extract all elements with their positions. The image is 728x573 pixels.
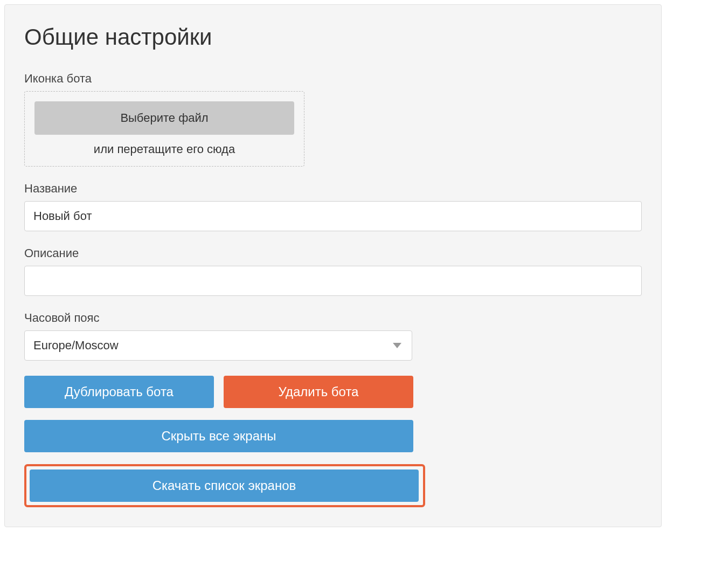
timezone-field-group: Часовой пояс Europe/Moscow [24, 311, 642, 361]
name-field-group: Название [24, 182, 642, 231]
icon-dropzone[interactable]: Выберите файл или перетащите его сюда [24, 91, 304, 167]
page-title: Общие настройки [24, 24, 642, 50]
choose-file-button[interactable]: Выберите файл [34, 101, 294, 135]
duplicate-bot-button[interactable]: Дублировать бота [24, 376, 214, 408]
icon-label: Иконка бота [24, 72, 642, 86]
description-field-group: Описание [24, 246, 642, 296]
general-settings-panel: Общие настройки Иконка бота Выберите фай… [4, 4, 662, 527]
timezone-select-wrap: Europe/Moscow [24, 330, 412, 361]
name-label: Название [24, 182, 642, 196]
description-label: Описание [24, 246, 642, 260]
description-input[interactable] [24, 266, 642, 296]
timezone-select[interactable]: Europe/Moscow [24, 330, 412, 361]
timezone-label: Часовой пояс [24, 311, 642, 325]
action-button-row: Дублировать бота Удалить бота [24, 376, 642, 408]
delete-bot-button[interactable]: Удалить бота [224, 376, 413, 408]
download-highlight: Скачать список экранов [24, 464, 425, 507]
name-input[interactable] [24, 201, 642, 231]
dropzone-hint: или перетащите его сюда [34, 142, 294, 156]
hide-all-screens-button[interactable]: Скрыть все экраны [24, 420, 413, 452]
download-screens-list-button[interactable]: Скачать список экранов [30, 470, 419, 502]
icon-field-group: Иконка бота Выберите файл или перетащите… [24, 72, 642, 167]
hide-screens-row: Скрыть все экраны [24, 420, 642, 452]
